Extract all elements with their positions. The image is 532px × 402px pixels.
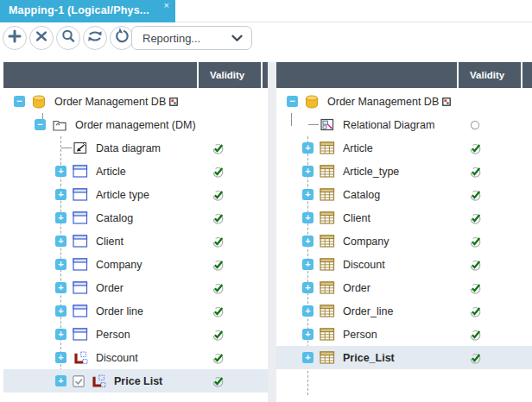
- database-icon: [31, 94, 47, 109]
- zoom-button[interactable]: [56, 26, 80, 50]
- validity-check-icon: [211, 305, 225, 318]
- tree-row[interactable]: +Price_List: [276, 346, 532, 369]
- tree-row[interactable]: +Person: [276, 323, 532, 346]
- tab-mapping-1[interactable]: Mapping-1 (Logical/Phys... ×: [0, 0, 175, 22]
- tree-item-label: Article type: [96, 189, 149, 201]
- table-icon: [320, 164, 335, 179]
- tree-row[interactable]: +Catalog: [276, 183, 532, 206]
- tree-row[interactable]: Data diagram: [3, 136, 268, 160]
- expand-toggle-icon[interactable]: +: [302, 352, 314, 363]
- tree-row[interactable]: +Order: [3, 276, 268, 299]
- tree-row[interactable]: +Client: [3, 229, 268, 253]
- expand-toggle-icon[interactable]: +: [55, 189, 66, 200]
- reporting-dropdown-value: Reporting...: [132, 32, 227, 45]
- refresh-button[interactable]: [110, 26, 134, 50]
- validity-check-icon: [211, 188, 225, 202]
- physical-model-panel: Validity −Order Management DBRelational …: [276, 62, 532, 402]
- expand-toggle-icon[interactable]: +: [55, 236, 66, 247]
- tree-item-label: Article: [343, 142, 373, 154]
- expand-toggle-icon[interactable]: +: [55, 375, 66, 386]
- tree-item-label: Price_List: [343, 352, 395, 364]
- tree-item-label: Catalog: [343, 189, 380, 201]
- tree-item-label: Discount: [96, 352, 138, 364]
- indent-spacer: [55, 142, 66, 154]
- tree-row[interactable]: −Order Management DB: [3, 90, 268, 113]
- validity-check-icon: [468, 211, 482, 225]
- selection-checkbox[interactable]: [73, 375, 85, 387]
- relational-diagram-icon: [320, 117, 335, 132]
- collapse-toggle-icon[interactable]: −: [35, 119, 46, 130]
- delete-button[interactable]: [29, 26, 54, 50]
- table-icon: [320, 234, 335, 248]
- expand-toggle-icon[interactable]: +: [55, 259, 66, 270]
- next-column-sliver: [521, 62, 532, 88]
- data-diagram-icon: [73, 141, 88, 155]
- expand-toggle-icon[interactable]: +: [55, 305, 66, 317]
- validity-check-icon: [211, 281, 225, 295]
- rotate-ccw-icon: [110, 24, 134, 52]
- tree-item-label: Person: [343, 329, 377, 341]
- table-icon: [320, 350, 335, 365]
- expand-toggle-icon[interactable]: +: [55, 329, 66, 340]
- tree-row[interactable]: +Catalog: [3, 206, 268, 229]
- tree-row[interactable]: +Discount: [3, 346, 268, 369]
- expand-toggle-icon[interactable]: +: [302, 166, 314, 177]
- tree-item-label: Data diagram: [96, 142, 161, 154]
- expand-toggle-icon[interactable]: +: [55, 282, 66, 293]
- table-icon: [320, 210, 335, 225]
- collapse-toggle-icon[interactable]: −: [287, 96, 298, 107]
- expand-toggle-icon[interactable]: +: [55, 352, 66, 363]
- tree-row[interactable]: +Company: [3, 253, 268, 276]
- table-icon: [320, 257, 335, 272]
- physical-tree: −Order Management DBRelational Diagram+A…: [276, 88, 532, 402]
- tree-item-label: Company: [96, 259, 142, 271]
- expand-toggle-icon[interactable]: +: [302, 189, 314, 200]
- expand-toggle-icon[interactable]: +: [302, 142, 314, 154]
- entity-icon: [73, 327, 88, 342]
- tree-row[interactable]: Relational Diagram: [276, 113, 532, 136]
- tree-row[interactable]: −Order Management DB: [276, 90, 532, 113]
- tree-item-label: Order_line: [343, 305, 393, 317]
- expand-toggle-icon[interactable]: +: [302, 282, 314, 293]
- tree-row[interactable]: +Company: [276, 229, 532, 253]
- tree-row[interactable]: −Order management (DM): [3, 113, 268, 136]
- tab-title: Mapping-1 (Logical/Phys...: [9, 4, 149, 16]
- tree-row[interactable]: +Article: [276, 136, 532, 160]
- expand-toggle-icon[interactable]: +: [55, 166, 66, 177]
- validity-check-icon: [211, 351, 225, 365]
- logical-tree: −Order Management DB−Order management (D…: [3, 88, 268, 402]
- validity-empty-icon: [468, 118, 482, 132]
- tree-row[interactable]: +Order: [276, 276, 532, 299]
- tree-item-label: Order: [96, 282, 124, 294]
- tree-row[interactable]: +Article_type: [276, 160, 532, 183]
- collapse-toggle-icon[interactable]: −: [14, 96, 25, 107]
- create-button[interactable]: [3, 26, 27, 50]
- expand-toggle-icon[interactable]: +: [302, 212, 314, 223]
- table-icon: [320, 280, 335, 295]
- expand-toggle-icon[interactable]: +: [55, 212, 66, 223]
- expand-toggle-icon[interactable]: +: [302, 259, 314, 270]
- tab-bar: Mapping-1 (Logical/Phys... ×: [0, 0, 532, 22]
- tree-item-label: Client: [343, 212, 370, 224]
- tree-row[interactable]: +Client: [276, 206, 532, 229]
- validity-check-icon: [468, 281, 482, 295]
- tab-close-icon[interactable]: ×: [164, 1, 169, 10]
- tree-row[interactable]: +Article: [3, 160, 268, 183]
- cross-icon: [29, 24, 54, 52]
- tree-row[interactable]: +Order line: [3, 299, 268, 323]
- reporting-dropdown[interactable]: Reporting...: [131, 26, 252, 50]
- tree-row[interactable]: +Price List: [3, 369, 268, 393]
- validity-check-icon: [468, 258, 482, 272]
- expand-toggle-icon[interactable]: +: [302, 305, 314, 317]
- tree-row[interactable]: +Order_line: [276, 299, 532, 323]
- table-icon: [320, 327, 335, 342]
- entity-icon: [73, 304, 88, 318]
- next-column-sliver: [261, 62, 268, 88]
- expand-toggle-icon[interactable]: +: [302, 236, 314, 247]
- plus-icon: [3, 24, 27, 52]
- tree-row[interactable]: +Discount: [276, 253, 532, 276]
- tree-row[interactable]: +Article type: [3, 183, 268, 206]
- compare-button[interactable]: [83, 26, 107, 50]
- expand-toggle-icon[interactable]: +: [302, 329, 314, 340]
- tree-row[interactable]: +Person: [3, 323, 268, 346]
